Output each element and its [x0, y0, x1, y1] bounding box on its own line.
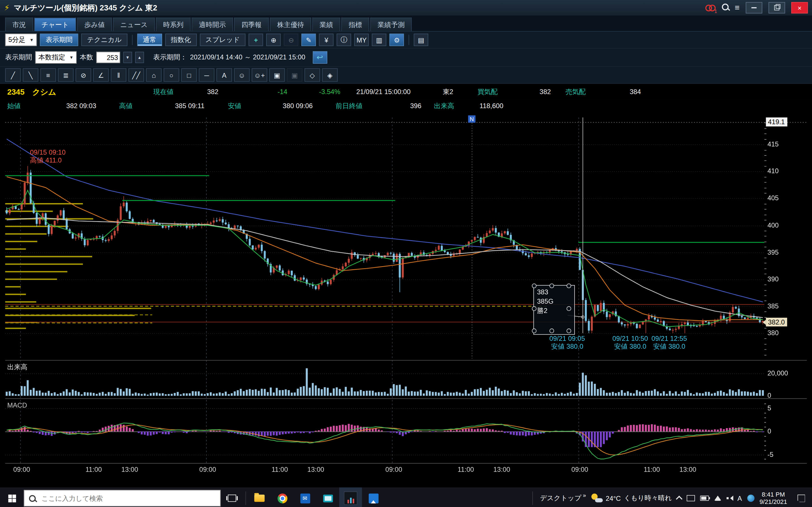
text-icon[interactable]: A — [216, 68, 232, 82]
prev-close-value: 396 — [410, 100, 421, 112]
minimize-button[interactable] — [746, 2, 762, 13]
ime-indicator[interactable]: A — [737, 494, 742, 502]
trading-app-button[interactable] — [339, 487, 362, 507]
remote-app-button[interactable] — [316, 487, 339, 507]
menu-icon[interactable]: ≡ — [735, 3, 740, 12]
high-label: 高値 — [119, 100, 133, 112]
stamp-icon[interactable]: ☺ — [234, 68, 250, 82]
taskbar-search-input[interactable] — [40, 494, 215, 503]
spread-mode-button[interactable]: スプレッド — [200, 34, 246, 46]
note-box-handle[interactable] — [566, 306, 571, 311]
note-box-handle[interactable] — [566, 284, 571, 288]
display-period-button[interactable]: 表示期間 — [40, 34, 79, 46]
clear-all-icon[interactable]: ◈ — [322, 68, 338, 82]
ellipse-icon[interactable]: ○ — [163, 68, 179, 82]
tab-時系列[interactable]: 時系列 — [156, 17, 191, 31]
paste-icon[interactable]: ▣ — [287, 68, 303, 82]
count-up-button[interactable]: ▲ — [135, 52, 144, 63]
count-mode-select[interactable]: 本数指定 ▼ — [35, 51, 77, 64]
vertical-lines-icon[interactable]: ‖ — [111, 68, 126, 82]
price-chart-canvas[interactable] — [0, 113, 812, 487]
printer-icon[interactable]: ▤ — [414, 34, 428, 46]
tab-四季報[interactable]: 四季報 — [234, 17, 269, 31]
channel-icon[interactable]: ╱╱ — [129, 68, 144, 82]
taskbar-right: デスクトップ » 24°C くもり時々晴れ A 8:41 PM 9/21/202… — [530, 487, 812, 507]
note-box-handle[interactable] — [532, 328, 537, 333]
horizontal-segment-icon[interactable]: ─ — [199, 68, 214, 82]
rectangle-icon[interactable]: □ — [181, 68, 197, 82]
candle-style-icon[interactable]: ▥ — [372, 34, 386, 46]
indexed-mode-button[interactable]: 指数化 — [165, 34, 197, 46]
stamp-add-icon[interactable]: ☺+ — [252, 68, 267, 82]
normal-mode-button[interactable]: 通常 — [137, 34, 162, 46]
drawn-note-box[interactable]: 383385G勝2 — [534, 285, 575, 335]
speaker-icon[interactable] — [726, 496, 732, 501]
timeframe-select[interactable]: 5分足 ▼ — [5, 34, 37, 46]
display-tray-icon[interactable] — [687, 495, 695, 501]
zoom-in-icon[interactable]: ⊕ — [266, 34, 281, 46]
titlebar-controls: 1 ≡ × — [705, 2, 808, 13]
note-box-handle[interactable] — [532, 306, 537, 311]
add-indicator-icon[interactable]: + — [249, 34, 263, 46]
search-icon[interactable] — [722, 3, 728, 12]
desktop-toolbar[interactable]: デスクトップ » — [540, 494, 586, 503]
ray-line-icon[interactable]: ╲ — [23, 68, 38, 82]
tab-チャート[interactable]: チャート — [34, 17, 76, 31]
mail-app-button[interactable]: ✉ — [294, 487, 316, 507]
trendline-icon[interactable]: ╱ — [5, 68, 20, 82]
note-box-handle[interactable] — [550, 328, 554, 333]
restore-button[interactable] — [769, 2, 785, 13]
tab-適時開示[interactable]: 適時開示 — [192, 17, 233, 31]
gann-icon[interactable]: ⊘ — [75, 68, 91, 82]
start-button[interactable] — [0, 487, 24, 507]
copy-icon[interactable]: ▣ — [269, 68, 285, 82]
tab-業績[interactable]: 業績 — [312, 17, 340, 31]
close-button[interactable]: × — [792, 2, 808, 13]
weather-widget[interactable]: 24°C くもり時々晴れ — [591, 494, 672, 503]
zoom-out-icon[interactable]: ⊖ — [284, 34, 298, 46]
info-icon[interactable]: ⓘ — [337, 34, 351, 46]
tab-歩み値[interactable]: 歩み値 — [77, 17, 112, 31]
eraser-icon[interactable]: ◇ — [305, 68, 320, 82]
file-explorer-button[interactable] — [248, 487, 271, 507]
weather-icon — [591, 494, 603, 503]
note-box-handle[interactable] — [532, 284, 537, 288]
yen-display-icon[interactable]: ¥ — [319, 34, 334, 46]
tray-expand-icon[interactable] — [676, 496, 682, 502]
wifi-icon[interactable] — [714, 496, 721, 501]
tab-ニュース[interactable]: ニュース — [113, 17, 155, 31]
technical-button[interactable]: テクニカル — [82, 34, 128, 46]
color-app-tray-icon[interactable] — [747, 495, 755, 502]
current-price-value: 382 — [207, 84, 218, 100]
horizontal-lines-icon[interactable]: ≡ — [40, 68, 56, 82]
tab-市況[interactable]: 市況 — [5, 17, 33, 31]
desktop-label: デスクトップ — [540, 494, 581, 503]
period-label: 表示期間 — [5, 53, 32, 62]
price-lines-icon[interactable]: ≣ — [58, 68, 73, 82]
task-view-button[interactable] — [220, 487, 243, 507]
pencil-icon[interactable]: ✎ — [301, 34, 316, 46]
my-chart-icon[interactable]: MY — [354, 34, 369, 46]
taskbar-search[interactable] — [24, 490, 220, 506]
note-box-handle[interactable] — [550, 284, 554, 288]
overflow-chevron-icon: » — [583, 492, 586, 498]
count-mode-value: 本数指定 — [38, 53, 65, 62]
tab-株主優待[interactable]: 株主優待 — [270, 17, 311, 31]
photos-app-button[interactable] — [362, 487, 385, 507]
action-center-button[interactable] — [792, 487, 810, 507]
tab-業績予測[interactable]: 業績予測 — [370, 17, 412, 31]
note-box-handle[interactable] — [566, 328, 571, 333]
count-down-button[interactable]: ▼ — [123, 52, 132, 63]
wrench-settings-icon[interactable]: ⚙ — [390, 34, 404, 46]
taskbar-clock[interactable]: 8:41 PM 9/21/2021 — [760, 491, 787, 505]
clock-time: 8:41 PM — [760, 491, 787, 498]
chrome-button[interactable] — [271, 487, 294, 507]
bar-count-input[interactable] — [96, 52, 120, 63]
reset-period-button[interactable]: ↩ — [313, 51, 327, 64]
link-icon[interactable]: 1 — [705, 4, 716, 11]
battery-icon[interactable] — [700, 496, 709, 501]
polygon-icon[interactable]: ⌂ — [146, 68, 161, 82]
tab-指標[interactable]: 指標 — [342, 17, 369, 31]
fan-lines-icon[interactable]: ∠ — [93, 68, 109, 82]
chart-area: 415410405400395390385380419.1382.020,000… — [0, 113, 812, 487]
